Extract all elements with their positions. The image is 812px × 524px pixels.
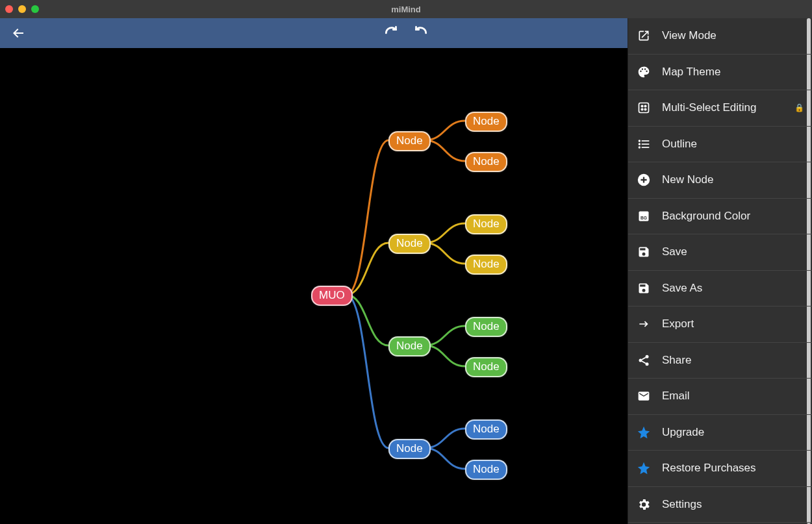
- menu-item-label: Background Color: [662, 210, 803, 223]
- mindmap-node[interactable]: Node: [465, 357, 507, 377]
- mindmap-node[interactable]: Node: [388, 336, 431, 356]
- undo-button[interactable]: [383, 25, 400, 42]
- menu-item-view-mode[interactable]: View Mode: [628, 18, 812, 55]
- plus-icon: [636, 172, 652, 188]
- menu-item-bg-color[interactable]: BG Background Color: [628, 199, 812, 235]
- mindmap-node[interactable]: Node: [465, 317, 507, 337]
- svg-rect-0: [639, 103, 649, 113]
- lock-icon: 🔒: [794, 103, 804, 112]
- menu-item-multi-select[interactable]: Multi-Select Editing 🔒: [628, 90, 812, 127]
- svg-point-16: [646, 362, 649, 366]
- menu-item-settings[interactable]: Settings: [628, 487, 812, 523]
- menu-item-outline[interactable]: Outline: [628, 127, 812, 163]
- menu-item-share[interactable]: Share: [628, 343, 812, 379]
- mindmap-node[interactable]: Node: [465, 419, 507, 440]
- svg-rect-8: [642, 140, 650, 142]
- svg-point-1: [641, 106, 643, 108]
- svg-point-14: [646, 355, 649, 358]
- menu-item-map-theme[interactable]: Map Theme: [628, 55, 812, 91]
- share-icon: [636, 353, 652, 368]
- mindmap-node[interactable]: Node: [388, 439, 431, 459]
- mindmap-node[interactable]: Node: [465, 255, 507, 275]
- svg-text:BG: BG: [641, 216, 647, 220]
- mindmap-node[interactable]: Node: [465, 112, 507, 132]
- menu-item-label: Export: [662, 318, 803, 331]
- menu-item-label: View Mode: [662, 29, 803, 42]
- mail-icon: [636, 388, 652, 404]
- svg-point-7: [639, 146, 641, 148]
- save-icon: [636, 281, 652, 296]
- menu-item-label: Multi-Select Editing: [662, 101, 803, 114]
- star-icon: [636, 425, 652, 440]
- menu-item-email[interactable]: Email: [628, 379, 812, 415]
- menu-item-restore[interactable]: Restore Purchases: [628, 451, 812, 487]
- undo-icon: [383, 25, 400, 42]
- svg-point-4: [644, 109, 646, 111]
- menu-item-label: Save: [662, 245, 803, 258]
- menu-item-label: Map Theme: [662, 66, 803, 79]
- back-button[interactable]: [6, 18, 30, 48]
- traffic-lights: [5, 5, 39, 13]
- context-menu: View Mode Map Theme Multi-Select Editing…: [628, 18, 812, 524]
- mindmap-node[interactable]: Node: [388, 131, 431, 151]
- menu-item-save-as[interactable]: Save As: [628, 271, 812, 307]
- menu-item-save[interactable]: Save: [628, 234, 812, 271]
- edge-layer: [0, 48, 628, 524]
- list-icon: [636, 136, 652, 152]
- svg-point-2: [644, 106, 646, 108]
- menu-item-label: Restore Purchases: [662, 462, 803, 475]
- redo-button[interactable]: [412, 25, 429, 42]
- svg-rect-9: [642, 143, 650, 145]
- multi-icon: [636, 100, 652, 116]
- external-icon: [636, 28, 652, 44]
- menu-item-label: Outline: [662, 138, 803, 151]
- mindmap-node[interactable]: Node: [465, 460, 507, 480]
- gear-icon: [636, 497, 652, 512]
- menu-item-label: Email: [662, 390, 803, 403]
- svg-rect-10: [642, 147, 650, 148]
- window-title: miMind: [0, 5, 812, 14]
- svg-point-5: [639, 140, 641, 142]
- maximize-window-button[interactable]: [31, 5, 39, 13]
- star-icon: [636, 460, 652, 476]
- menu-item-label: Settings: [662, 498, 803, 511]
- mindmap-node[interactable]: Node: [465, 214, 507, 234]
- save-icon: [636, 244, 652, 260]
- arrow-icon: [636, 316, 652, 332]
- menu-item-label: New Node: [662, 173, 803, 186]
- minimize-window-button[interactable]: [18, 5, 26, 13]
- menu-item-new-node[interactable]: New Node: [628, 162, 812, 199]
- mindmap-node[interactable]: Node: [465, 152, 507, 172]
- back-arrow-icon: [10, 25, 26, 41]
- menu-item-upgrade[interactable]: Upgrade: [628, 415, 812, 451]
- mindmap-node[interactable]: Node: [388, 234, 431, 254]
- mindmap-canvas[interactable]: MUONodeNodeNodeNodeNodeNodeNodeNodeNodeN…: [0, 48, 628, 524]
- menu-item-label: Save As: [662, 282, 803, 295]
- svg-point-15: [639, 358, 642, 362]
- window-titlebar: miMind: [0, 0, 812, 18]
- bg-icon: BG: [636, 208, 652, 224]
- menu-item-label: Share: [662, 354, 803, 367]
- palette-icon: [636, 64, 652, 80]
- menu-item-export[interactable]: Export: [628, 306, 812, 343]
- menu-item-label: Upgrade: [662, 426, 803, 439]
- mindmap-root-node[interactable]: MUO: [311, 286, 353, 306]
- redo-icon: [412, 25, 429, 42]
- svg-point-3: [641, 109, 643, 111]
- close-window-button[interactable]: [5, 5, 13, 13]
- svg-point-6: [639, 143, 641, 145]
